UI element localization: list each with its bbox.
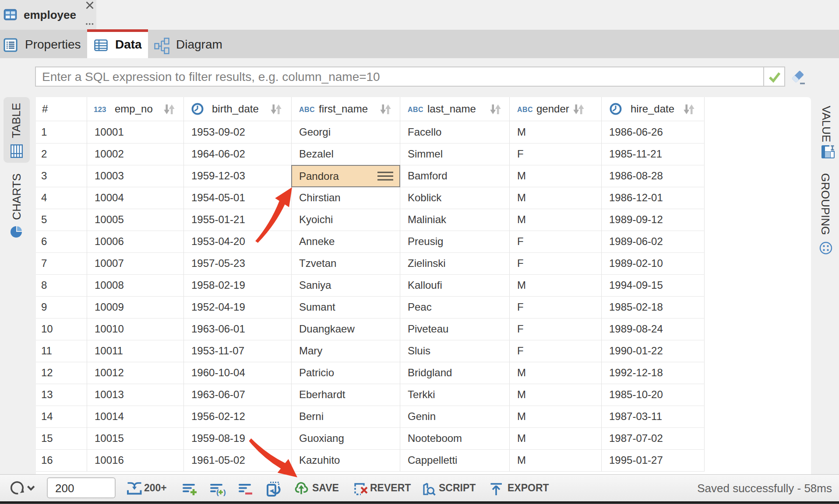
- svg-text:): ): [223, 488, 226, 496]
